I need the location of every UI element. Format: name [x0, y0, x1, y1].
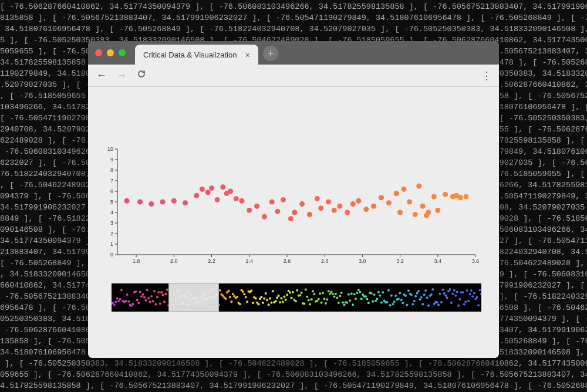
svg-point-209	[269, 297, 271, 299]
browser-window: Critical Data & Visualization × + ← → ⋮ …	[88, 41, 499, 358]
svg-point-183	[232, 293, 234, 295]
svg-point-51	[200, 187, 205, 192]
svg-point-237	[309, 303, 311, 305]
svg-text:4: 4	[110, 209, 113, 215]
svg-point-103	[117, 300, 120, 302]
svg-point-104	[119, 298, 122, 300]
svg-point-352	[473, 292, 475, 295]
svg-point-315	[420, 296, 423, 299]
svg-point-52	[205, 190, 211, 195]
forward-button[interactable]: →	[116, 69, 127, 82]
svg-point-286	[379, 295, 381, 297]
svg-point-270	[356, 292, 358, 294]
svg-point-77	[356, 198, 361, 204]
svg-point-174	[219, 289, 221, 292]
close-window-icon[interactable]	[95, 49, 102, 56]
svg-point-206	[265, 292, 267, 295]
svg-point-136	[164, 293, 167, 295]
svg-point-231	[301, 292, 303, 294]
main-scatter-chart: 0123456789101.82.02.22.42.62.83.03.23.43…	[100, 146, 481, 269]
overview-strip[interactable]	[112, 283, 481, 312]
svg-point-293	[389, 304, 391, 306]
svg-point-295	[392, 303, 394, 305]
kebab-menu-icon[interactable]: ⋮	[481, 69, 491, 82]
svg-point-332	[444, 295, 447, 297]
svg-point-282	[373, 293, 376, 296]
svg-text:7: 7	[110, 178, 113, 184]
svg-point-67	[292, 210, 297, 215]
svg-text:6: 6	[110, 188, 113, 194]
svg-point-123	[146, 289, 149, 291]
svg-point-285	[377, 291, 380, 293]
svg-point-259	[340, 292, 343, 294]
svg-point-348	[467, 300, 470, 302]
svg-point-306	[407, 289, 410, 292]
svg-point-264	[348, 293, 350, 296]
svg-point-69	[307, 212, 312, 217]
new-tab-button[interactable]: +	[263, 46, 278, 61]
svg-point-327	[437, 304, 440, 306]
svg-text:5: 5	[110, 199, 113, 205]
svg-point-255	[335, 293, 337, 295]
svg-point-70	[315, 196, 320, 201]
svg-point-239	[312, 290, 314, 292]
back-button[interactable]: ←	[96, 69, 107, 82]
svg-point-322	[430, 293, 433, 296]
svg-point-333	[446, 296, 448, 299]
svg-point-129	[154, 303, 157, 305]
minimize-window-icon[interactable]	[107, 49, 114, 56]
svg-point-318	[424, 289, 427, 292]
svg-point-83	[397, 210, 403, 215]
maximize-window-icon[interactable]	[119, 49, 126, 56]
svg-point-181	[229, 296, 231, 298]
close-tab-icon[interactable]: ×	[242, 50, 252, 60]
svg-point-79	[371, 204, 376, 209]
svg-point-102	[116, 298, 119, 300]
svg-point-73	[332, 208, 337, 213]
svg-point-178	[225, 298, 227, 300]
svg-point-283	[375, 300, 377, 302]
svg-point-86	[413, 212, 418, 217]
svg-point-85	[407, 200, 412, 205]
svg-point-90	[426, 210, 431, 215]
svg-point-233	[303, 302, 305, 305]
svg-point-190	[242, 290, 244, 293]
svg-point-61	[254, 204, 259, 209]
svg-point-88	[420, 204, 426, 209]
svg-point-256	[336, 296, 338, 299]
svg-point-253	[332, 293, 334, 295]
svg-point-320	[427, 305, 430, 307]
svg-point-302	[402, 302, 404, 304]
svg-point-277	[366, 298, 368, 300]
svg-text:3.0: 3.0	[359, 258, 366, 264]
svg-point-261	[343, 304, 345, 306]
reload-button[interactable]	[136, 69, 147, 82]
svg-point-238	[311, 298, 313, 300]
svg-point-196	[250, 289, 252, 292]
svg-point-116	[136, 299, 139, 301]
svg-point-119	[140, 295, 143, 298]
svg-point-113	[131, 303, 134, 305]
svg-point-247	[323, 298, 325, 300]
svg-point-60	[247, 208, 252, 213]
svg-point-244	[319, 292, 321, 295]
browser-tab[interactable]: Critical Data & Visualization ×	[135, 45, 258, 65]
svg-point-316	[421, 303, 424, 305]
svg-point-82	[394, 191, 399, 196]
svg-point-117	[137, 302, 140, 304]
svg-point-99	[112, 302, 114, 304]
svg-point-354	[476, 296, 478, 299]
svg-text:2.0: 2.0	[170, 258, 178, 264]
svg-point-208	[268, 303, 270, 306]
brush-selection[interactable]	[168, 283, 219, 312]
svg-point-357	[480, 293, 481, 295]
svg-point-201	[258, 303, 260, 305]
svg-text:10: 10	[107, 146, 113, 152]
svg-point-355	[477, 304, 480, 306]
svg-point-87	[416, 184, 421, 189]
svg-point-299	[397, 298, 400, 300]
svg-point-337	[451, 293, 454, 295]
svg-point-278	[367, 302, 370, 304]
svg-point-225	[292, 291, 294, 293]
svg-point-93	[443, 192, 448, 197]
